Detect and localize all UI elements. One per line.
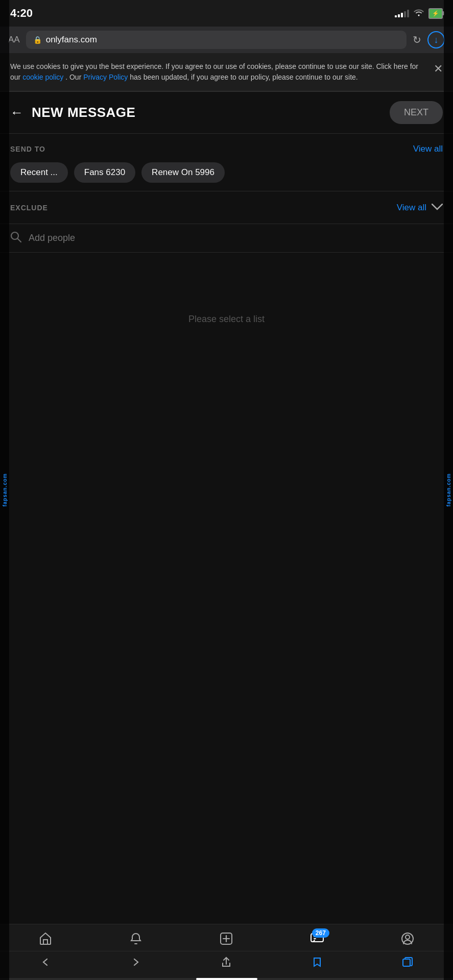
messages-badge: 267	[312, 928, 329, 938]
svg-point-7	[406, 935, 410, 939]
send-to-header: SEND TO View all	[10, 144, 443, 154]
watermark-left-text: fapsan.com	[2, 473, 8, 507]
browser-bar: AA 🔒 onlyfans.com ↻ ↓	[0, 27, 453, 53]
send-to-section: SEND TO View all Recent ... Fans 6230 Re…	[0, 134, 453, 191]
cookie-banner: We use cookies to give you the best expe…	[0, 53, 453, 91]
signal-bar-3	[401, 13, 403, 17]
chip-recent-label: Recent ...	[20, 167, 58, 177]
refresh-button[interactable]: ↻	[413, 34, 421, 46]
exclude-header: EXCLUDE View all	[10, 202, 443, 213]
signal-bars-icon	[395, 9, 409, 17]
chips-row: Recent ... Fans 6230 Renew On 5996	[10, 162, 443, 183]
search-bar	[0, 224, 453, 253]
signal-bar-4	[404, 11, 406, 17]
download-icon: ↓	[434, 35, 439, 45]
nav-item-add[interactable]	[219, 932, 233, 946]
progress-indicator	[196, 978, 257, 980]
bottom-nav: 267	[0, 924, 453, 980]
watermark-left: fapsan.com	[0, 0, 9, 980]
page-header: ← NEW MESSAGE NEXT	[0, 92, 453, 133]
nav-item-profile[interactable]	[400, 932, 415, 946]
cookie-text-end: has been updated, if you agree to our po…	[130, 73, 357, 81]
exclude-label: EXCLUDE	[10, 204, 48, 212]
progress-bar	[0, 978, 453, 980]
back-button[interactable]: ←	[10, 105, 23, 120]
exclude-view-all[interactable]: View all	[397, 203, 426, 213]
status-icons: ⚡	[395, 8, 443, 19]
svg-line-1	[18, 239, 21, 242]
status-bar: 4:20 ⚡	[0, 0, 453, 27]
nav-item-home[interactable]	[38, 932, 53, 946]
browser-back-button[interactable]	[40, 957, 51, 971]
send-to-label: SEND TO	[10, 145, 45, 153]
cookie-text-mid: . Our	[65, 73, 81, 81]
battery-icon: ⚡	[428, 8, 443, 19]
nav-item-messages[interactable]: 267	[310, 932, 324, 946]
nav-item-notifications[interactable]	[129, 932, 143, 946]
exclude-right: View all	[397, 202, 443, 213]
url-bar[interactable]: 🔒 onlyfans.com	[26, 31, 407, 49]
browser-bookmarks-button[interactable]	[312, 957, 323, 971]
browser-aa-button[interactable]: AA	[8, 35, 20, 45]
chip-fans-label: Fans 6230	[84, 167, 125, 177]
lock-icon: 🔒	[33, 36, 42, 44]
chip-renew-on[interactable]: Renew On 5996	[141, 162, 225, 183]
page-title: NEW MESSAGE	[32, 105, 135, 120]
battery-label: ⚡	[432, 10, 439, 17]
exclude-section: EXCLUDE View all	[0, 191, 453, 224]
signal-bar-2	[398, 14, 400, 17]
status-time: 4:20	[10, 7, 33, 20]
download-button[interactable]: ↓	[427, 31, 445, 48]
empty-state-text: Please select a list	[188, 314, 265, 325]
empty-state: Please select a list	[0, 253, 453, 386]
browser-share-button[interactable]	[221, 957, 232, 971]
wifi-icon	[413, 8, 424, 19]
cookie-close-button[interactable]: ✕	[434, 61, 443, 76]
add-people-input[interactable]	[29, 233, 443, 243]
browser-forward-button[interactable]	[130, 957, 141, 971]
svg-rect-8	[403, 959, 410, 966]
browser-tabs-button[interactable]	[402, 957, 413, 971]
send-to-view-all[interactable]: View all	[413, 144, 443, 154]
chip-fans[interactable]: Fans 6230	[74, 162, 135, 183]
browser-controls	[0, 951, 453, 978]
cookie-policy-link[interactable]: cookie policy	[22, 73, 63, 81]
privacy-policy-link[interactable]: Privacy Policy	[83, 73, 128, 81]
watermark-right: fapsan.com	[444, 0, 453, 980]
signal-bar-1	[395, 15, 397, 17]
chip-renew-on-label: Renew On 5996	[152, 167, 214, 177]
search-icon	[10, 231, 21, 245]
signal-bar-5	[407, 10, 409, 17]
cookie-text: We use cookies to give you the best expe…	[10, 61, 434, 83]
next-button[interactable]: NEXT	[390, 101, 443, 124]
watermark-right-text: fapsan.com	[446, 473, 451, 507]
url-text: onlyfans.com	[46, 35, 97, 45]
chevron-down-icon[interactable]	[432, 202, 443, 213]
header-left: ← NEW MESSAGE	[10, 105, 135, 120]
chip-recent[interactable]: Recent ...	[10, 162, 68, 183]
nav-icons-row: 267	[0, 924, 453, 951]
